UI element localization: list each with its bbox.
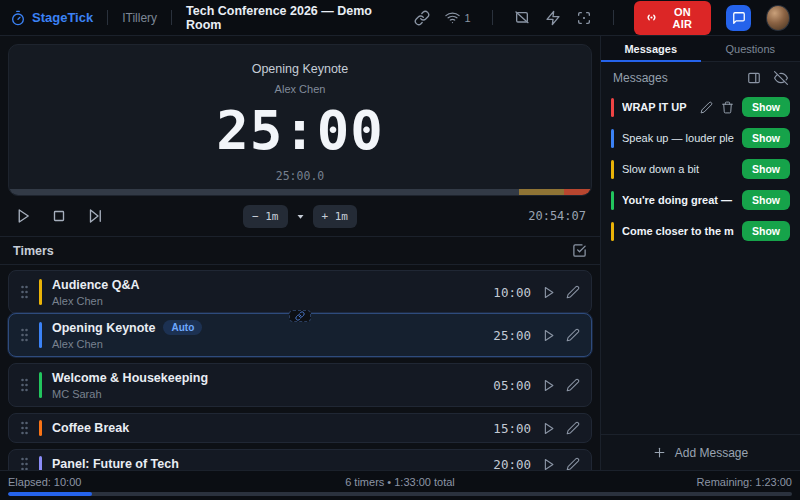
message-item[interactable]: WRAP IT UP Show xyxy=(611,95,790,119)
adjust-dropdown-icon[interactable] xyxy=(294,212,307,221)
show-message-button[interactable]: Show xyxy=(742,159,790,179)
timer-row-clipped[interactable]: Panel: Future of Tech 20:00 xyxy=(8,449,592,470)
stop-button[interactable] xyxy=(50,207,68,225)
sidebar: Messages Questions Messages WRAP IT xyxy=(600,36,800,470)
timer-info: Opening Keynote Auto Alex Chen xyxy=(52,320,483,350)
chat-button[interactable] xyxy=(726,5,750,31)
timers-header: Timers xyxy=(0,236,600,265)
timer-row[interactable]: Welcome & Housekeeping MC Sarah 05:00 xyxy=(8,363,592,407)
message-text: You're doing great — ... xyxy=(622,194,734,206)
skip-next-button[interactable] xyxy=(86,207,104,225)
share-link-icon[interactable] xyxy=(414,10,430,26)
link-timers-connector[interactable] xyxy=(289,310,311,322)
timer-row[interactable]: Coffee Break 15:00 xyxy=(8,413,592,443)
add-message-button[interactable]: Add Message xyxy=(601,434,800,470)
sidebar-spacer xyxy=(601,243,800,434)
row-edit-icon[interactable] xyxy=(566,378,580,392)
timer-title: Opening Keynote xyxy=(52,321,155,335)
sidebar-tabs: Messages Questions xyxy=(601,36,800,62)
zone-normal xyxy=(9,189,519,195)
on-air-button[interactable]: ON AIR xyxy=(634,1,711,35)
row-play-icon[interactable] xyxy=(541,421,556,436)
transport-controls xyxy=(14,207,104,225)
show-progress-fill xyxy=(8,492,92,496)
brand-name: StageTick xyxy=(32,10,93,25)
timer-accent xyxy=(39,279,42,305)
topbar-actions: 1 ON AIR xyxy=(414,1,790,35)
display-off-icon[interactable] xyxy=(514,10,530,26)
messages-header-actions xyxy=(747,71,788,85)
focus-mode-icon[interactable] xyxy=(576,10,592,26)
message-accent xyxy=(611,98,614,117)
message-text: Slow down a bit xyxy=(622,163,734,175)
row-play-icon[interactable] xyxy=(541,328,556,343)
show-message-button[interactable]: Show xyxy=(742,128,790,148)
transport-bar: − 1m + 1m 20:54:07 xyxy=(0,196,600,236)
select-timers-icon[interactable] xyxy=(572,243,587,258)
timer-row[interactable]: Audience Q&A Alex Chen 10:00 xyxy=(8,270,592,314)
row-edit-icon[interactable] xyxy=(566,328,580,342)
viewer-count: 1 xyxy=(464,12,470,24)
message-accent xyxy=(611,191,614,210)
message-delete-icon[interactable] xyxy=(721,101,734,114)
show-message-button[interactable]: Show xyxy=(742,221,790,241)
user-avatar[interactable] xyxy=(766,5,790,31)
timer-accent xyxy=(39,456,42,470)
divider xyxy=(492,10,493,25)
divider xyxy=(613,10,614,25)
timer-info: Audience Q&A Alex Chen xyxy=(52,278,483,307)
messages-header: Messages xyxy=(601,62,800,93)
message-item[interactable]: Speak up — louder ple... Show xyxy=(611,126,790,150)
row-play-icon[interactable] xyxy=(541,378,556,393)
timer-info: Coffee Break xyxy=(52,421,483,435)
app-window: StageTick ITillery Tech Conference 2026 … xyxy=(0,0,800,500)
row-edit-icon[interactable] xyxy=(566,421,580,435)
drag-handle-icon[interactable] xyxy=(20,285,29,299)
zone-danger xyxy=(564,189,591,195)
drag-handle-icon[interactable] xyxy=(20,421,29,435)
message-item[interactable]: Slow down a bit Show xyxy=(611,157,790,181)
message-item[interactable]: Come closer to the mic Show xyxy=(611,219,790,243)
timers-summary: 6 timers • 1:33:00 total xyxy=(0,476,800,488)
timer-display-card: Opening Keynote Alex Chen 25:00 25:00.0 xyxy=(8,44,592,196)
flash-icon[interactable] xyxy=(545,10,561,26)
message-edit-icon[interactable] xyxy=(700,101,713,114)
org-name: ITillery xyxy=(122,11,157,25)
timer-duration: 20:00 xyxy=(493,457,531,471)
drag-handle-icon[interactable] xyxy=(20,378,29,392)
timer-speaker: Alex Chen xyxy=(52,338,483,350)
timer-title: Audience Q&A xyxy=(52,278,140,292)
message-item[interactable]: You're doing great — ... Show xyxy=(611,188,790,212)
drag-handle-icon[interactable] xyxy=(20,457,29,470)
plus-1m-button[interactable]: + 1m xyxy=(313,205,358,228)
countdown-time: 25:00 xyxy=(216,104,384,158)
show-progress-track[interactable] xyxy=(8,492,792,496)
timers-list: Audience Q&A Alex Chen 10:00 xyxy=(0,265,600,470)
row-edit-icon[interactable] xyxy=(566,285,580,299)
row-edit-icon[interactable] xyxy=(566,457,580,470)
active-timer-title: Opening Keynote xyxy=(252,62,349,76)
content: Opening Keynote Alex Chen 25:00 25:00.0 xyxy=(0,36,800,470)
show-message-button[interactable]: Show xyxy=(742,97,790,117)
eye-off-icon[interactable] xyxy=(774,71,788,85)
room-title: Tech Conference 2026 — Demo Room xyxy=(186,4,406,32)
message-accent xyxy=(611,129,614,148)
connection-status: 1 xyxy=(445,10,470,25)
message-text: Come closer to the mic xyxy=(622,225,734,237)
messages-title: Messages xyxy=(613,71,668,85)
active-timer-speaker: Alex Chen xyxy=(275,83,326,95)
tab-messages[interactable]: Messages xyxy=(601,36,701,61)
chain-link-icon xyxy=(295,311,305,321)
row-play-icon[interactable] xyxy=(541,285,556,300)
auto-badge: Auto xyxy=(163,320,202,335)
show-message-button[interactable]: Show xyxy=(742,190,790,210)
panel-layout-icon[interactable] xyxy=(747,71,761,85)
drag-handle-icon[interactable] xyxy=(20,328,29,342)
brand: StageTick xyxy=(10,10,93,26)
play-button[interactable] xyxy=(14,207,32,225)
tab-questions[interactable]: Questions xyxy=(701,36,800,61)
timer-duration: 05:00 xyxy=(493,378,531,393)
row-play-icon[interactable] xyxy=(541,457,556,471)
timer-info: Welcome & Housekeeping MC Sarah xyxy=(52,371,483,400)
minus-1m-button[interactable]: − 1m xyxy=(243,205,288,228)
